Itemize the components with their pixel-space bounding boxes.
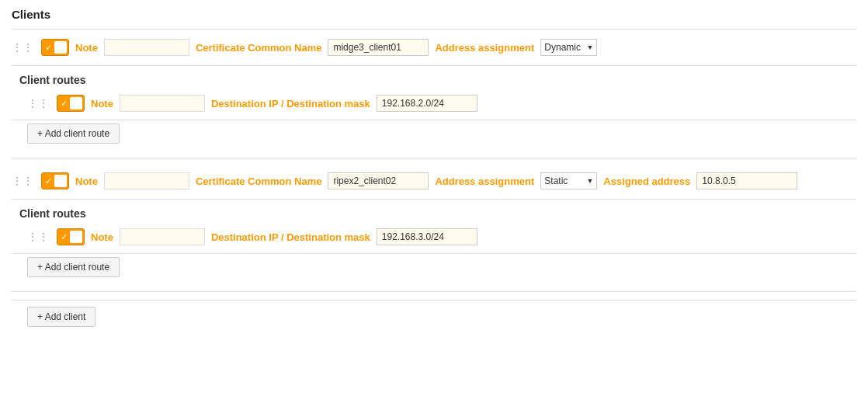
cert-input-0[interactable]	[328, 39, 429, 56]
page-title: Clients	[12, 8, 856, 21]
add-client-button[interactable]: + Add client	[27, 307, 95, 327]
note-label-1: Note	[75, 175, 98, 187]
client-row-0: ⋮⋮✓NoteCertificate Common NameAddress as…	[12, 33, 856, 62]
client-toggle-0[interactable]: ✓	[41, 39, 69, 56]
add-client-section: + Add client	[12, 300, 856, 333]
route-note-input-0-0[interactable]	[120, 95, 205, 112]
note-label-0: Note	[75, 42, 98, 54]
add-route-button-1[interactable]: + Add client route	[27, 257, 120, 277]
assigned-address-input-1[interactable]	[696, 172, 797, 189]
dest-label-1-0: Destination IP / Destination mask	[211, 231, 370, 243]
client-row-1: ⋮⋮✓NoteCertificate Common NameAddress as…	[12, 166, 856, 196]
route-note-input-1-0[interactable]	[120, 228, 205, 245]
route-drag-handle-1-0[interactable]: ⋮⋮	[27, 231, 49, 243]
client-block-0: ⋮⋮✓NoteCertificate Common NameAddress as…	[12, 33, 856, 158]
route-note-label-0-0: Note	[91, 98, 113, 109]
note-input-1[interactable]	[104, 172, 189, 189]
drag-handle-1[interactable]: ⋮⋮	[12, 175, 33, 187]
route-toggle-0-0[interactable]: ✓	[57, 95, 85, 112]
clients-container: ⋮⋮✓NoteCertificate Common NameAddress as…	[12, 33, 856, 292]
dest-input-1-0[interactable]	[377, 228, 477, 245]
add-route-button-0[interactable]: + Add client route	[27, 123, 120, 144]
cert-label-0: Certificate Common Name	[196, 42, 322, 54]
route-row-1-0: ⋮⋮✓NoteDestination IP / Destination mask	[12, 224, 856, 250]
address-assignment-select-1[interactable]: DynamicStatic	[540, 172, 597, 189]
cert-label-1: Certificate Common Name	[196, 175, 322, 187]
drag-handle-0[interactable]: ⋮⋮	[12, 41, 33, 54]
client-toggle-1[interactable]: ✓	[41, 172, 69, 189]
address-assignment-label-0: Address assignment	[435, 42, 534, 54]
note-input-0[interactable]	[104, 39, 189, 56]
route-note-label-1-0: Note	[91, 231, 113, 243]
address-assignment-label-1: Address assignment	[435, 175, 534, 187]
assigned-address-label-1: Assigned address	[603, 175, 690, 187]
routes-title-0: Client routes	[19, 74, 856, 86]
dest-input-0-0[interactable]	[377, 95, 477, 112]
address-assignment-select-0[interactable]: DynamicStatic	[540, 39, 597, 56]
routes-title-1: Client routes	[19, 207, 856, 220]
route-row-0-0: ⋮⋮✓NoteDestination IP / Destination mask	[12, 90, 856, 116]
route-toggle-1-0[interactable]: ✓	[57, 228, 85, 245]
dest-label-0-0: Destination IP / Destination mask	[211, 98, 370, 109]
client-block-1: ⋮⋮✓NoteCertificate Common NameAddress as…	[12, 166, 856, 292]
cert-input-1[interactable]	[328, 172, 429, 189]
route-drag-handle-0-0[interactable]: ⋮⋮	[27, 97, 49, 109]
